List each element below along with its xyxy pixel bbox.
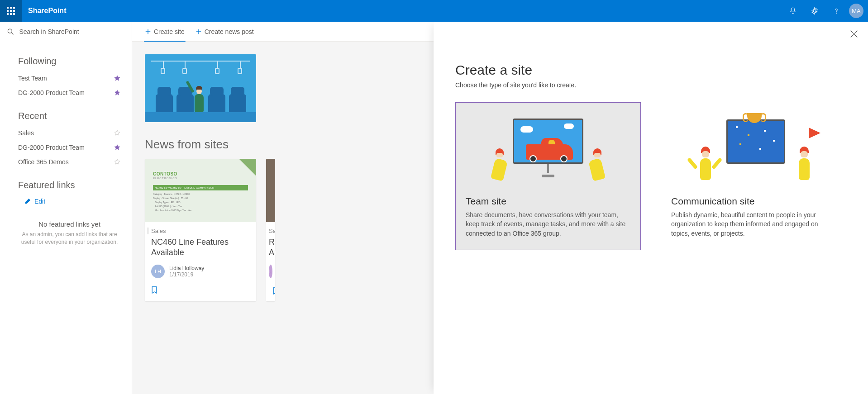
recent-item[interactable]: Office 365 Demos [18, 155, 121, 169]
panel-subtitle: Choose the type of site you'd like to cr… [455, 81, 846, 89]
hero-illustration [145, 54, 256, 122]
svg-line-11 [11, 33, 13, 34]
help-button[interactable] [825, 0, 847, 22]
team-site-option[interactable]: Team site Share documents, have conversa… [455, 102, 641, 250]
bell-icon [789, 7, 797, 15]
following-item[interactable]: DG-2000 Product Team [18, 85, 121, 100]
gear-icon [811, 7, 819, 15]
svg-rect-6 [7, 13, 9, 15]
communication-site-illustration [661, 103, 846, 193]
news-title: NC460 Line Features Available [151, 237, 250, 257]
search-icon [7, 28, 14, 35]
option-title: Communication site [671, 196, 836, 207]
news-date: 1/17/2019 [169, 271, 204, 278]
main-content: Create site Create news post News from s… [132, 22, 868, 394]
waffle-icon [6, 6, 15, 15]
following-item[interactable]: Test Team [18, 71, 121, 85]
team-site-illustration [456, 103, 640, 193]
star-empty-icon[interactable] [114, 129, 121, 137]
create-news-command[interactable]: Create news post [195, 26, 255, 37]
news-site-label: Sa [266, 228, 272, 234]
left-nav: Following Test Team DG-2000 Product Team… [0, 22, 132, 394]
option-description: Share documents, have conversations with… [466, 210, 630, 238]
recent-item-label: DG-2000 Product Team [18, 144, 114, 151]
featured-heading: Featured links [18, 180, 121, 190]
star-filled-icon[interactable] [114, 144, 121, 151]
svg-rect-5 [13, 10, 15, 12]
news-site-label: Sales [148, 228, 250, 234]
svg-rect-4 [10, 10, 12, 12]
author-name: Lidia Holloway [169, 265, 204, 271]
svg-point-9 [836, 13, 837, 14]
svg-rect-8 [13, 13, 15, 15]
suite-bar: SharePoint MA [0, 0, 868, 22]
bookmark-icon [151, 286, 157, 294]
app-launcher-button[interactable] [0, 0, 22, 22]
recent-item-label: Office 365 Demos [18, 158, 114, 166]
plus-icon [196, 28, 202, 35]
account-avatar[interactable]: MA [849, 4, 863, 18]
option-description: Publish dynamic, beautiful content to pe… [671, 210, 836, 238]
panel-title: Create a site [455, 62, 846, 78]
star-filled-icon[interactable] [114, 75, 121, 82]
author-avatar: L [269, 265, 272, 278]
edit-label: Edit [34, 198, 45, 205]
svg-rect-7 [10, 13, 12, 15]
bookmark-button[interactable] [272, 289, 275, 296]
search-box[interactable] [0, 22, 132, 42]
news-card[interactable]: CONTOSO ELECTRONICS NC460 55"/NC460 60" … [145, 159, 256, 301]
close-panel-button[interactable] [850, 30, 858, 39]
search-input[interactable] [19, 28, 124, 35]
following-item-label: Test Team [18, 75, 114, 82]
news-thumbnail: CONTOSO ELECTRONICS NC460 55"/NC460 60" … [145, 159, 256, 222]
no-featured-message: No featured links yet As an admin, you c… [18, 220, 121, 246]
news-thumbnail [266, 159, 275, 222]
thumb-sub: ELECTRONICS [153, 177, 177, 180]
bookmark-button[interactable] [151, 288, 157, 295]
svg-point-10 [8, 29, 12, 33]
settings-button[interactable] [804, 0, 825, 22]
no-featured-body: As an admin, you can add links that are … [18, 231, 121, 246]
plus-icon [145, 28, 151, 35]
svg-rect-3 [7, 10, 9, 12]
recent-item[interactable]: Sales [18, 126, 121, 140]
command-label: Create site [154, 28, 185, 35]
brand-label[interactable]: SharePoint [22, 7, 72, 15]
thumb-logo: CONTOSO [153, 171, 177, 176]
recent-heading: Recent [18, 111, 121, 121]
bookmark-icon [272, 287, 275, 294]
thumb-band: NC460 55"/NC460 60" FEATURE COMPARISON [153, 185, 248, 190]
create-site-command[interactable]: Create site [144, 26, 186, 37]
svg-rect-2 [13, 7, 15, 9]
following-heading: Following [18, 56, 121, 66]
no-featured-title: No featured links yet [18, 220, 121, 228]
close-icon [850, 30, 858, 38]
recent-item[interactable]: DG-2000 Product Team [18, 140, 121, 155]
communication-site-option[interactable]: Communication site Publish dynamic, beau… [661, 102, 846, 250]
edit-featured-links[interactable]: Edit [18, 195, 121, 208]
author-avatar: LH [151, 265, 165, 278]
command-label: Create news post [205, 28, 254, 35]
news-card[interactable]: Sa ReAr L [266, 159, 275, 301]
star-empty-icon[interactable] [114, 158, 121, 166]
following-item-label: DG-2000 Product Team [18, 89, 114, 96]
pencil-icon [24, 198, 31, 204]
option-title: Team site [466, 196, 630, 207]
news-title: ReAr [269, 237, 272, 257]
recent-item-label: Sales [18, 129, 114, 137]
star-filled-icon[interactable] [114, 89, 121, 96]
notifications-button[interactable] [782, 0, 804, 22]
svg-rect-0 [7, 7, 9, 9]
question-icon [832, 7, 840, 15]
svg-rect-1 [10, 7, 12, 9]
create-site-panel: Create a site Choose the type of site yo… [434, 22, 868, 394]
